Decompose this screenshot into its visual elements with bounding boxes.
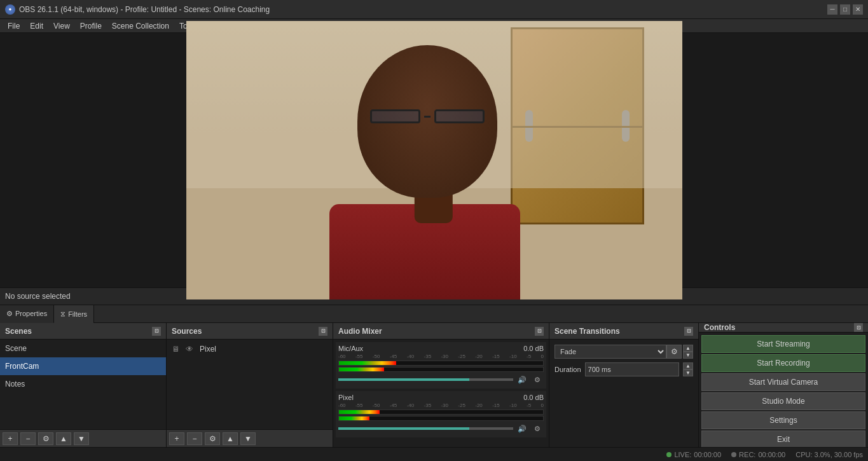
controls-label: Controls (704, 323, 735, 332)
start-streaming-button[interactable]: Start Streaming (701, 335, 865, 353)
audio-channel-mic: Mic/Aux 0.0 dB -60-55-50-45-40-35-30-25-… (336, 342, 546, 389)
mic-channel-name: Mic/Aux (338, 345, 363, 352)
glasses-right (434, 109, 485, 123)
bottom-panels: Scenes ⊡ Scene FrontCam Notes + − ⚙ ▲ ▼ … (0, 323, 868, 447)
scene-list: Scene FrontCam Notes (0, 340, 166, 429)
sources-up-button[interactable]: ▲ (223, 432, 238, 445)
scenes-panel-header: Scenes ⊡ (0, 323, 166, 340)
pixel-settings-button[interactable]: ⚙ (531, 422, 544, 435)
menu-profile[interactable]: Profile (75, 20, 107, 32)
menu-view[interactable]: View (48, 20, 75, 32)
source-pixel-label: Pixel (200, 345, 216, 354)
sources-panel: Sources ⊡ 🖥 👁 Pixel + − ⚙ ▲ ▼ (167, 323, 333, 447)
title-bar-left: ● OBS 26.1.1 (64-bit, windows) - Profile… (5, 4, 270, 15)
filters-tab[interactable]: ⧖ Filters (54, 305, 94, 323)
window-controls: ─ □ ✕ (827, 4, 863, 15)
title-text: OBS 26.1.1 (64-bit, windows) - Profile: … (19, 5, 270, 14)
gear-icon: ⚙ (6, 310, 13, 318)
mic-meter-bar-top (339, 361, 396, 365)
source-item-pixel[interactable]: 🖥 👁 Pixel (167, 340, 333, 359)
controls-expand-icon[interactable]: ⊡ (854, 323, 863, 332)
duration-spin-up[interactable]: ▲ (683, 362, 693, 369)
live-dot (666, 452, 672, 457)
app-icon: ● (5, 4, 15, 15)
mic-controls-row: 🔊 ⚙ (338, 373, 544, 386)
source-eye-icon[interactable]: 👁 (184, 344, 195, 354)
pixel-mute-button[interactable]: 🔊 (516, 422, 528, 435)
person-face (357, 45, 497, 198)
scenes-toolbar: + − ⚙ ▲ ▼ (0, 429, 166, 447)
transition-settings-button[interactable]: ⚙ (666, 345, 682, 359)
studio-mode-button[interactable]: Studio Mode (701, 392, 865, 410)
pixel-meter-bar-top (339, 410, 380, 414)
sources-add-button[interactable]: + (169, 432, 184, 445)
sources-header-icons: ⊡ (319, 327, 327, 336)
sources-content: 🖥 👁 Pixel (167, 340, 333, 429)
start-recording-button[interactable]: Start Recording (701, 354, 865, 372)
pixel-meter-top (338, 409, 544, 415)
menu-file[interactable]: File (3, 20, 25, 32)
minimize-button[interactable]: ─ (827, 4, 837, 15)
scenes-expand-icon[interactable]: ⊡ (152, 327, 161, 336)
filter-icon: ⧖ (60, 310, 65, 318)
rec-dot (731, 452, 736, 457)
scenes-panel: Scenes ⊡ Scene FrontCam Notes + − ⚙ ▲ ▼ (0, 323, 167, 447)
mic-volume-slider[interactable] (338, 378, 513, 381)
scenes-remove-button[interactable]: − (20, 432, 36, 445)
duration-input[interactable] (585, 362, 679, 376)
properties-tab[interactable]: ⚙ Properties (0, 305, 54, 323)
sources-settings-button[interactable]: ⚙ (205, 432, 220, 445)
transition-type-select[interactable]: Fade Cut Swipe Slide (555, 345, 666, 359)
no-source-label: No source selected (5, 292, 71, 301)
duration-spinners: ▲ ▼ (683, 362, 693, 376)
cpu-label: CPU: 3.0%, 30.00 fps (796, 451, 863, 458)
glasses (370, 109, 485, 124)
transition-spinners: ▲ ▼ (683, 345, 693, 359)
menu-scene-collection[interactable]: Scene Collection (107, 20, 174, 32)
duration-spin-down[interactable]: ▼ (683, 369, 693, 376)
sources-panel-header: Sources ⊡ (167, 323, 333, 340)
sources-expand-icon[interactable]: ⊡ (319, 327, 327, 336)
duration-row: Duration ▲ ▼ (555, 362, 693, 376)
scenes-down-button[interactable]: ▼ (74, 432, 89, 445)
scenes-up-button[interactable]: ▲ (56, 432, 71, 445)
scene-item-scene[interactable]: Scene (0, 340, 166, 357)
audio-content: Mic/Aux 0.0 dB -60-55-50-45-40-35-30-25-… (333, 340, 549, 447)
pixel-channel-header: Pixel 0.0 dB (338, 394, 544, 401)
sources-remove-button[interactable]: − (187, 432, 202, 445)
transition-spin-up[interactable]: ▲ (683, 345, 693, 352)
maximize-button[interactable]: □ (840, 4, 850, 15)
scenes-add-button[interactable]: + (3, 432, 18, 445)
mic-settings-button[interactable]: ⚙ (531, 373, 544, 386)
sources-label: Sources (172, 327, 202, 336)
scenes-settings-button[interactable]: ⚙ (38, 432, 53, 445)
settings-button[interactable]: Settings (701, 411, 865, 429)
mic-mute-button[interactable]: 🔊 (516, 373, 528, 386)
menu-edit[interactable]: Edit (25, 20, 48, 32)
pixel-meter-scale: -60-55-50-45-40-35-30-25-20-15-10-50 (338, 403, 544, 408)
pixel-volume-slider[interactable] (338, 427, 513, 430)
mic-volume-fill (338, 378, 469, 381)
exit-button[interactable]: Exit (701, 430, 865, 448)
close-button[interactable]: ✕ (853, 4, 863, 15)
start-virtual-camera-button[interactable]: Start Virtual Camera (701, 373, 865, 391)
pixel-controls-row: 🔊 ⚙ (338, 422, 544, 435)
transitions-expand-icon[interactable]: ⊡ (684, 327, 693, 336)
rec-status: REC: 00:00:00 (731, 451, 785, 458)
scene-item-notes[interactable]: Notes (0, 375, 166, 393)
transition-spin-down[interactable]: ▼ (683, 352, 693, 359)
audio-expand-icon[interactable]: ⊡ (535, 327, 544, 336)
controls-panel: Controls ⊡ Start Streaming Start Recordi… (699, 323, 868, 447)
transitions-label: Scene Transitions (555, 327, 620, 336)
mic-meter-bar-bottom (339, 368, 384, 371)
sources-toolbar: + − ⚙ ▲ ▼ (167, 429, 333, 447)
pixel-volume-fill (338, 427, 469, 430)
audio-panel-header: Audio Mixer ⊡ (333, 323, 549, 340)
sources-down-button[interactable]: ▼ (240, 432, 256, 445)
scene-item-frontcam[interactable]: FrontCam (0, 357, 166, 375)
scene-transitions-panel: Scene Transitions ⊡ Fade Cut Swipe Slide… (549, 323, 699, 447)
preview-canvas (186, 21, 682, 299)
cpu-status: CPU: 3.0%, 30.00 fps (796, 451, 863, 458)
mic-meter-top (338, 361, 544, 366)
pixel-channel-name: Pixel (338, 394, 354, 401)
